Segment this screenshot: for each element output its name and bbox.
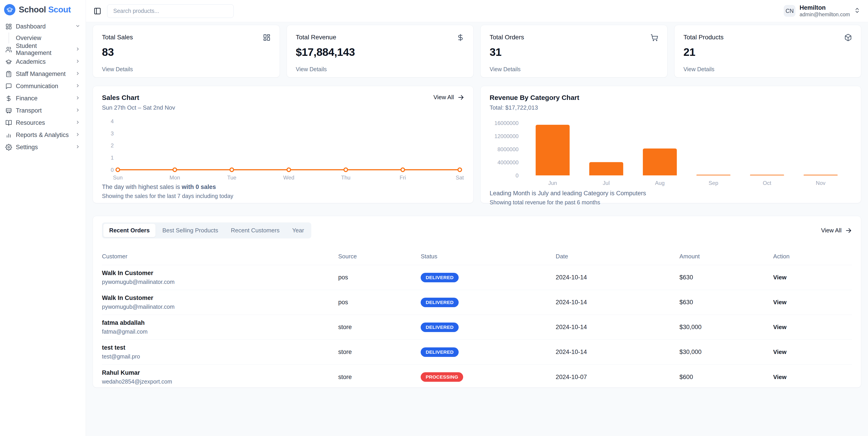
column-status: Status	[421, 253, 556, 260]
view-details-link[interactable]: View Details	[684, 66, 715, 72]
column-date: Date	[556, 253, 679, 260]
bar-chart-icon	[5, 132, 12, 138]
view-order-link[interactable]: View	[773, 324, 786, 331]
chevron-right-icon	[75, 95, 80, 102]
tab-year[interactable]: Year	[286, 224, 310, 237]
view-order-link[interactable]: View	[773, 348, 786, 355]
chevron-down-icon	[75, 23, 80, 30]
sidebar-item-finance[interactable]: Finance	[3, 92, 83, 104]
book-open-icon	[5, 120, 12, 126]
customer-email: pywomugub@mailinator.com	[102, 304, 338, 310]
clipboard-icon	[5, 71, 12, 77]
dollar-icon	[457, 34, 464, 42]
sidebar: School Scout Dashboard Overview Student …	[0, 0, 86, 436]
view-details-link[interactable]: View Details	[102, 66, 133, 72]
order-source: store	[338, 348, 421, 355]
orders-table-body: Walk In Customerpywomugub@mailinator.com…	[102, 265, 852, 390]
chevron-right-icon	[75, 58, 80, 65]
brand-logo: School Scout	[3, 3, 83, 20]
orders-tabs: Recent Orders Best Selling Products Rece…	[102, 222, 311, 239]
customer-email: wedaho2854@jzexport.com	[102, 378, 338, 385]
sales-chart-title: Sales Chart	[102, 94, 175, 101]
sidebar-toggle-icon[interactable]	[94, 7, 101, 15]
svg-text:8000000: 8000000	[498, 146, 519, 152]
svg-text:Wed: Wed	[283, 175, 294, 181]
avatar: CN	[784, 5, 796, 17]
user-menu[interactable]: CN Hemilton admin@hemilton.com	[784, 4, 860, 18]
order-date: 2024-10-07	[556, 374, 679, 381]
sidebar-item-resources[interactable]: Resources	[3, 117, 83, 129]
order-amount: $30,000	[680, 324, 773, 331]
sales-chart-date-range: Sun 27th Oct – Sat 2nd Nov	[102, 104, 175, 111]
order-amount: $630	[680, 299, 773, 306]
bus-icon	[5, 107, 12, 114]
svg-text:Nov: Nov	[816, 180, 826, 186]
sidebar-item-reports-analytics[interactable]: Reports & Analytics	[3, 129, 83, 141]
view-details-link[interactable]: View Details	[490, 66, 521, 72]
card-title: Total Orders	[490, 34, 524, 41]
user-name: Hemilton	[800, 4, 850, 11]
arrow-right-icon	[458, 94, 464, 101]
revenue-bar-chart: 1600000012000000800000040000000JunJulAug…	[490, 114, 852, 189]
status-badge: DELIVERED	[421, 347, 459, 357]
view-order-link[interactable]: View	[773, 299, 786, 306]
chevron-right-icon	[75, 46, 80, 53]
cart-icon	[651, 34, 658, 42]
search-input[interactable]	[107, 4, 234, 18]
card-title: Total Sales	[102, 34, 133, 41]
view-details-link[interactable]: View Details	[296, 66, 327, 72]
layout-dashboard-icon	[263, 34, 271, 42]
tab-best-selling-products[interactable]: Best Selling Products	[156, 224, 224, 237]
table-row: fatma abdallahfatma@gmail.comstoreDELIVE…	[102, 315, 852, 340]
svg-text:Sat: Sat	[456, 175, 464, 181]
card-value: 21	[684, 46, 852, 58]
chevron-right-icon	[75, 119, 80, 126]
sidebar-item-academics[interactable]: Academics	[3, 56, 83, 68]
total-sales-card: Total Sales 83 View Details	[93, 25, 280, 77]
sidebar-item-student-management[interactable]: Student Management	[3, 43, 83, 56]
table-row: Rahul Kumarwedaho2854@jzexport.comstoreP…	[102, 365, 852, 390]
orders-view-all-link[interactable]: View All	[821, 227, 852, 234]
svg-text:12000000: 12000000	[494, 133, 519, 139]
tab-recent-customers[interactable]: Recent Customers	[225, 224, 285, 237]
customer-name: test test	[102, 344, 338, 351]
order-amount: $630	[680, 274, 773, 281]
chevron-right-icon	[75, 131, 80, 138]
sales-view-all-link[interactable]: View All	[433, 94, 464, 101]
sidebar-item-staff-management[interactable]: Staff Management	[3, 68, 83, 80]
column-customer: Customer	[102, 253, 338, 260]
order-amount: $30,000	[680, 348, 773, 355]
svg-text:Thu: Thu	[341, 175, 350, 181]
sales-chart-annotation: The day with highest sales is with 0 sal…	[102, 184, 464, 190]
svg-text:Oct: Oct	[763, 180, 772, 186]
order-date: 2024-10-14	[556, 324, 679, 331]
sidebar-item-overview[interactable]: Overview	[8, 33, 83, 43]
sidebar-item-dashboard[interactable]: Dashboard	[3, 20, 83, 33]
view-order-link[interactable]: View	[773, 274, 786, 281]
order-date: 2024-10-14	[556, 299, 679, 306]
status-badge: PROCESSING	[421, 372, 463, 382]
revenue-chart-annotation: Leading Month is July and leading Catego…	[490, 190, 852, 197]
arrow-right-icon	[845, 227, 852, 234]
table-row: test testtest@gmail.prostoreDELIVERED202…	[102, 340, 852, 365]
tab-recent-orders[interactable]: Recent Orders	[103, 224, 156, 237]
sidebar-item-settings[interactable]: Settings	[3, 141, 83, 153]
sidebar-item-transport[interactable]: Transport	[3, 104, 83, 117]
svg-text:Sep: Sep	[709, 180, 718, 186]
column-amount: Amount	[680, 253, 773, 260]
svg-text:1: 1	[111, 155, 114, 161]
order-amount: $600	[680, 374, 773, 381]
total-products-card: Total Products 21 View Details	[674, 25, 862, 77]
svg-text:16000000: 16000000	[494, 120, 519, 126]
table-row: Walk In Customerpywomugub@mailinator.com…	[102, 290, 852, 315]
sidebar-item-communication[interactable]: Communication	[3, 80, 83, 92]
total-orders-card: Total Orders 31 View Details	[480, 25, 668, 77]
table-row: Walk In Customerpywomugub@mailinator.com…	[102, 265, 852, 290]
card-title: Total Revenue	[296, 34, 336, 41]
view-order-link[interactable]: View	[773, 374, 786, 380]
order-source: store	[338, 374, 421, 381]
svg-text:Aug: Aug	[655, 180, 665, 186]
column-action: Action	[773, 253, 852, 260]
sales-chart-annotation-sub: Showing the sales for the last 7 days in…	[102, 193, 464, 199]
svg-text:Jul: Jul	[603, 180, 610, 186]
